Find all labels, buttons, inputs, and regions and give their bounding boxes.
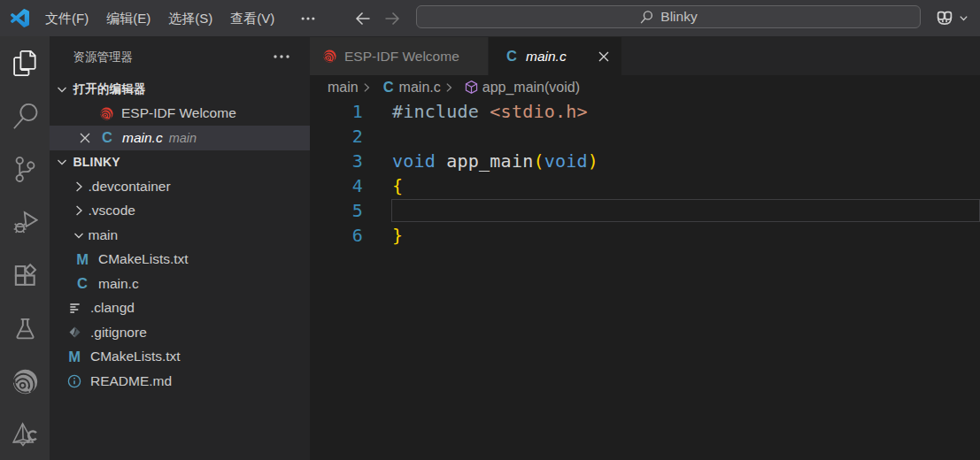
command-center-search[interactable]: Blinky <box>416 5 921 28</box>
tree-item-gitignore[interactable]: .gitignore <box>50 320 310 345</box>
line-number: 2 <box>310 124 363 149</box>
tab-bar: ESP-IDF Welcome C main.c <box>310 36 980 75</box>
activity-explorer[interactable] <box>0 36 50 89</box>
menu-view[interactable]: 查看(V) <box>221 0 283 36</box>
code-line-3: 3 void app_main(void) <box>310 149 980 173</box>
tab-label: ESP-IDF Welcome <box>344 49 459 65</box>
editor-group: ESP-IDF Welcome C main.c main C main.c a… <box>310 36 980 460</box>
vscode-window: 文件(F) 编辑(E) 选择(S) 查看(V) Blinky <box>0 0 980 460</box>
esp-idf-tools-icon <box>12 422 38 448</box>
sidebar-explorer: 资源管理器 打开的编辑器 <box>50 36 310 460</box>
activity-source-control[interactable] <box>0 142 50 196</box>
tab-esp-idf-welcome[interactable]: ESP-IDF Welcome <box>310 37 489 75</box>
cmake-file-icon: M <box>75 252 89 266</box>
tree-item-cmakelists-main[interactable]: M CMakeLists.txt <box>50 248 310 272</box>
debug-icon <box>12 210 38 235</box>
ellipsis-icon <box>300 11 316 27</box>
close-icon[interactable] <box>79 132 91 144</box>
code-line-6: 6 } <box>310 223 980 248</box>
vscode-logo-icon <box>11 9 29 27</box>
search-icon <box>12 104 38 129</box>
activity-espressif[interactable] <box>0 355 50 408</box>
section-open-editors[interactable]: 打开的编辑器 <box>50 77 310 102</box>
tree-item-label: .clangd <box>90 300 135 316</box>
copilot-icon[interactable] <box>934 8 955 29</box>
activity-testing[interactable] <box>0 302 50 355</box>
open-editor-main-c[interactable]: C main.c main <box>50 126 310 150</box>
espressif-file-icon <box>322 50 336 64</box>
activity-run-debug[interactable] <box>0 196 50 249</box>
section-label: BLINKY <box>73 155 120 169</box>
open-editor-welcome[interactable]: ESP-IDF Welcome <box>50 102 310 126</box>
chevron-right-icon <box>360 81 373 94</box>
search-icon <box>639 10 654 25</box>
c-file-icon: C <box>505 50 519 64</box>
tree-item-main-folder[interactable]: main <box>50 223 310 248</box>
title-bar: 文件(F) 编辑(E) 选择(S) 查看(V) Blinky <box>0 0 980 36</box>
tree-item-label: .devcontainer <box>89 179 171 195</box>
activity-extensions[interactable] <box>0 249 50 302</box>
chevron-right-icon <box>72 180 86 194</box>
code-line-4: 4 { <box>310 173 980 198</box>
menu-selection[interactable]: 选择(S) <box>159 0 221 36</box>
tree-item-label: .gitignore <box>90 325 147 341</box>
tree-item-main-c[interactable]: C main.c <box>50 272 310 296</box>
breadcrumbs: main C main.c app_main(void) <box>310 75 980 99</box>
open-editor-label: ESP-IDF Welcome <box>121 105 236 121</box>
command-center-text: Blinky <box>660 9 697 25</box>
cmake-file-icon: M <box>67 349 81 364</box>
sidebar-rows: 打开的编辑器 ESP-IDF Welcome <box>50 77 310 394</box>
espressif-logo-icon <box>12 369 38 395</box>
chevron-right-icon <box>443 81 455 94</box>
tree-item-label: CMakeLists.txt <box>90 349 181 364</box>
nav-history <box>354 0 401 36</box>
section-project-blinky[interactable]: BLINKY <box>50 150 310 175</box>
tree-item-label: main.c <box>98 276 139 292</box>
menu-edit[interactable]: 编辑(E) <box>97 0 159 36</box>
c-file-icon: C <box>75 277 89 291</box>
tree-item-cmakelists-root[interactable]: M CMakeLists.txt <box>50 345 310 370</box>
go-back-button[interactable] <box>354 10 372 27</box>
sidebar-more-button[interactable] <box>269 49 305 65</box>
tree-item-devcontainer[interactable]: .devcontainer <box>50 174 310 199</box>
close-icon[interactable] <box>598 50 610 63</box>
source-control-icon <box>12 157 38 182</box>
breadcrumb-symbol[interactable]: app_main(void) <box>482 80 580 96</box>
menu-file[interactable]: 文件(F) <box>36 0 97 36</box>
espressif-file-icon <box>99 106 113 120</box>
breadcrumb-main[interactable]: main <box>328 80 359 96</box>
tab-label: main.c <box>526 49 567 65</box>
code-editor[interactable]: 1 #include <stdio.h> 2 3 void app_main(v… <box>310 99 980 248</box>
chevron-down-icon[interactable] <box>958 12 969 24</box>
menu-more-button[interactable] <box>291 11 325 27</box>
open-editor-description: main <box>169 131 197 145</box>
breadcrumb-file[interactable]: main.c <box>399 80 441 96</box>
go-forward-button[interactable] <box>383 10 401 27</box>
chevron-down-icon <box>55 155 69 169</box>
files-icon <box>12 50 38 76</box>
activity-esp-idf-tools[interactable] <box>0 408 50 460</box>
extensions-icon <box>12 263 38 288</box>
symbol-method-icon <box>464 80 479 95</box>
menubar: 文件(F) 编辑(E) 选择(S) 查看(V) <box>36 0 325 36</box>
line-number: 5 <box>310 198 363 223</box>
tree-item-readme[interactable]: README.md <box>50 369 310 394</box>
tree-item-label: README.md <box>90 373 172 389</box>
activity-bar <box>0 36 50 460</box>
tree-item-vscode[interactable]: .vscode <box>50 199 310 224</box>
tree-item-clangd[interactable]: .clangd <box>50 296 310 321</box>
chevron-down-icon <box>55 82 69 96</box>
tree-item-label: .vscode <box>89 203 135 218</box>
chevron-right-icon <box>72 203 86 218</box>
activity-search[interactable] <box>0 89 50 142</box>
c-file-icon: C <box>383 79 394 96</box>
document-lines-icon <box>67 301 81 315</box>
current-line-highlight <box>391 199 980 222</box>
code-line-1: 1 #include <stdio.h> <box>310 99 980 124</box>
tree-item-label: main <box>89 227 119 243</box>
tab-main-c[interactable]: C main.c <box>489 37 621 75</box>
c-file-icon: C <box>100 131 114 145</box>
code-line-2: 2 <box>310 124 980 149</box>
line-number: 6 <box>310 223 363 248</box>
git-diamond-icon <box>67 326 81 340</box>
